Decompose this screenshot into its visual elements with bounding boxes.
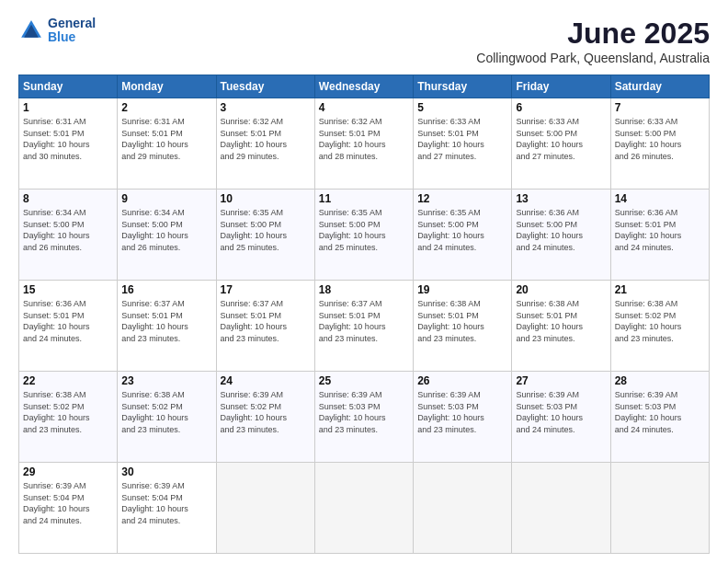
calendar-cell: 2Sunrise: 6:31 AM Sunset: 5:01 PM Daylig… <box>118 98 216 190</box>
weekday-header-saturday: Saturday <box>610 75 709 98</box>
calendar-cell: 9Sunrise: 6:34 AM Sunset: 5:00 PM Daylig… <box>118 190 216 281</box>
day-number: 27 <box>516 374 606 387</box>
calendar-cell: 7Sunrise: 6:33 AM Sunset: 5:00 PM Daylig… <box>610 98 709 190</box>
calendar-week-2: 8Sunrise: 6:34 AM Sunset: 5:00 PM Daylig… <box>19 190 710 281</box>
calendar-cell: 5Sunrise: 6:33 AM Sunset: 5:01 PM Daylig… <box>414 98 512 190</box>
calendar-cell: 19Sunrise: 6:38 AM Sunset: 5:01 PM Dayli… <box>414 281 512 372</box>
day-info: Sunrise: 6:38 AM Sunset: 5:01 PM Dayligh… <box>417 298 507 344</box>
calendar-cell <box>610 463 709 554</box>
day-info: Sunrise: 6:36 AM Sunset: 5:01 PM Dayligh… <box>23 298 113 344</box>
calendar-cell: 21Sunrise: 6:38 AM Sunset: 5:02 PM Dayli… <box>610 281 709 372</box>
day-number: 17 <box>221 283 311 296</box>
page: General Blue June 2025 Collingwood Park,… <box>0 0 728 563</box>
day-number: 3 <box>221 101 311 114</box>
day-number: 20 <box>516 283 606 296</box>
day-number: 12 <box>417 192 507 205</box>
weekday-header-monday: Monday <box>118 75 216 98</box>
day-number: 7 <box>615 101 705 114</box>
month-title: June 2025 <box>476 17 710 51</box>
calendar-cell: 15Sunrise: 6:36 AM Sunset: 5:01 PM Dayli… <box>19 281 118 372</box>
calendar-week-3: 15Sunrise: 6:36 AM Sunset: 5:01 PM Dayli… <box>19 281 710 372</box>
day-info: Sunrise: 6:35 AM Sunset: 5:00 PM Dayligh… <box>221 207 311 253</box>
day-info: Sunrise: 6:39 AM Sunset: 5:04 PM Dayligh… <box>23 480 113 526</box>
calendar-header-row: SundayMondayTuesdayWednesdayThursdayFrid… <box>19 75 710 98</box>
logo-line1: General <box>48 17 96 30</box>
weekday-header-wednesday: Wednesday <box>314 75 413 98</box>
day-number: 5 <box>417 101 507 114</box>
calendar-cell: 13Sunrise: 6:36 AM Sunset: 5:00 PM Dayli… <box>512 190 610 281</box>
day-number: 29 <box>23 465 113 478</box>
title-block: June 2025 Collingwood Park, Queensland, … <box>476 17 710 65</box>
calendar-cell: 22Sunrise: 6:38 AM Sunset: 5:02 PM Dayli… <box>19 372 118 463</box>
day-info: Sunrise: 6:32 AM Sunset: 5:01 PM Dayligh… <box>319 116 409 162</box>
day-number: 30 <box>121 465 211 478</box>
calendar-table: SundayMondayTuesdayWednesdayThursdayFrid… <box>18 75 710 554</box>
day-number: 10 <box>221 192 311 205</box>
day-number: 25 <box>319 374 409 387</box>
logo-icon <box>18 17 44 43</box>
calendar-cell: 20Sunrise: 6:38 AM Sunset: 5:01 PM Dayli… <box>512 281 610 372</box>
day-info: Sunrise: 6:33 AM Sunset: 5:01 PM Dayligh… <box>417 116 507 162</box>
day-number: 19 <box>417 283 507 296</box>
logo-text: General Blue <box>48 17 96 45</box>
calendar-cell: 30Sunrise: 6:39 AM Sunset: 5:04 PM Dayli… <box>118 463 216 554</box>
header: General Blue June 2025 Collingwood Park,… <box>18 17 710 65</box>
day-number: 14 <box>615 192 705 205</box>
day-info: Sunrise: 6:32 AM Sunset: 5:01 PM Dayligh… <box>221 116 311 162</box>
calendar-cell: 14Sunrise: 6:36 AM Sunset: 5:01 PM Dayli… <box>610 190 709 281</box>
calendar-cell: 10Sunrise: 6:35 AM Sunset: 5:00 PM Dayli… <box>216 190 314 281</box>
day-info: Sunrise: 6:37 AM Sunset: 5:01 PM Dayligh… <box>121 298 211 344</box>
day-info: Sunrise: 6:39 AM Sunset: 5:02 PM Dayligh… <box>221 389 311 435</box>
day-info: Sunrise: 6:38 AM Sunset: 5:02 PM Dayligh… <box>23 389 113 435</box>
calendar-cell <box>314 463 413 554</box>
calendar-cell: 3Sunrise: 6:32 AM Sunset: 5:01 PM Daylig… <box>216 98 314 190</box>
day-info: Sunrise: 6:35 AM Sunset: 5:00 PM Dayligh… <box>319 207 409 253</box>
day-number: 21 <box>615 283 705 296</box>
day-info: Sunrise: 6:31 AM Sunset: 5:01 PM Dayligh… <box>23 116 113 162</box>
weekday-header-sunday: Sunday <box>19 75 118 98</box>
calendar-cell: 25Sunrise: 6:39 AM Sunset: 5:03 PM Dayli… <box>314 372 413 463</box>
day-info: Sunrise: 6:34 AM Sunset: 5:00 PM Dayligh… <box>121 207 211 253</box>
day-info: Sunrise: 6:39 AM Sunset: 5:04 PM Dayligh… <box>121 480 211 526</box>
calendar-cell: 26Sunrise: 6:39 AM Sunset: 5:03 PM Dayli… <box>414 372 512 463</box>
calendar-cell: 12Sunrise: 6:35 AM Sunset: 5:00 PM Dayli… <box>414 190 512 281</box>
day-info: Sunrise: 6:38 AM Sunset: 5:02 PM Dayligh… <box>615 298 705 344</box>
day-number: 26 <box>417 374 507 387</box>
calendar-cell <box>414 463 512 554</box>
day-info: Sunrise: 6:33 AM Sunset: 5:00 PM Dayligh… <box>615 116 705 162</box>
day-number: 4 <box>319 101 409 114</box>
day-number: 11 <box>319 192 409 205</box>
weekday-header-tuesday: Tuesday <box>216 75 314 98</box>
day-info: Sunrise: 6:36 AM Sunset: 5:01 PM Dayligh… <box>615 207 705 253</box>
day-number: 28 <box>615 374 705 387</box>
weekday-header-friday: Friday <box>512 75 610 98</box>
day-info: Sunrise: 6:31 AM Sunset: 5:01 PM Dayligh… <box>121 116 211 162</box>
calendar-cell: 6Sunrise: 6:33 AM Sunset: 5:00 PM Daylig… <box>512 98 610 190</box>
day-info: Sunrise: 6:33 AM Sunset: 5:00 PM Dayligh… <box>516 116 606 162</box>
day-number: 18 <box>319 283 409 296</box>
day-info: Sunrise: 6:39 AM Sunset: 5:03 PM Dayligh… <box>319 389 409 435</box>
calendar-cell <box>216 463 314 554</box>
day-number: 23 <box>121 374 211 387</box>
calendar-cell: 18Sunrise: 6:37 AM Sunset: 5:01 PM Dayli… <box>314 281 413 372</box>
day-info: Sunrise: 6:39 AM Sunset: 5:03 PM Dayligh… <box>417 389 507 435</box>
calendar-cell: 4Sunrise: 6:32 AM Sunset: 5:01 PM Daylig… <box>314 98 413 190</box>
calendar-cell: 29Sunrise: 6:39 AM Sunset: 5:04 PM Dayli… <box>19 463 118 554</box>
day-number: 9 <box>121 192 211 205</box>
calendar-cell: 24Sunrise: 6:39 AM Sunset: 5:02 PM Dayli… <box>216 372 314 463</box>
day-info: Sunrise: 6:36 AM Sunset: 5:00 PM Dayligh… <box>516 207 606 253</box>
day-info: Sunrise: 6:39 AM Sunset: 5:03 PM Dayligh… <box>615 389 705 435</box>
day-info: Sunrise: 6:35 AM Sunset: 5:00 PM Dayligh… <box>417 207 507 253</box>
calendar-cell: 28Sunrise: 6:39 AM Sunset: 5:03 PM Dayli… <box>610 372 709 463</box>
calendar-cell: 17Sunrise: 6:37 AM Sunset: 5:01 PM Dayli… <box>216 281 314 372</box>
day-number: 8 <box>23 192 113 205</box>
logo-line2: Blue <box>48 30 96 44</box>
day-number: 16 <box>121 283 211 296</box>
day-info: Sunrise: 6:39 AM Sunset: 5:03 PM Dayligh… <box>516 389 606 435</box>
day-number: 24 <box>221 374 311 387</box>
calendar-week-1: 1Sunrise: 6:31 AM Sunset: 5:01 PM Daylig… <box>19 98 710 190</box>
day-number: 1 <box>23 101 113 114</box>
calendar-cell: 1Sunrise: 6:31 AM Sunset: 5:01 PM Daylig… <box>19 98 118 190</box>
logo: General Blue <box>18 17 96 45</box>
day-info: Sunrise: 6:34 AM Sunset: 5:00 PM Dayligh… <box>23 207 113 253</box>
